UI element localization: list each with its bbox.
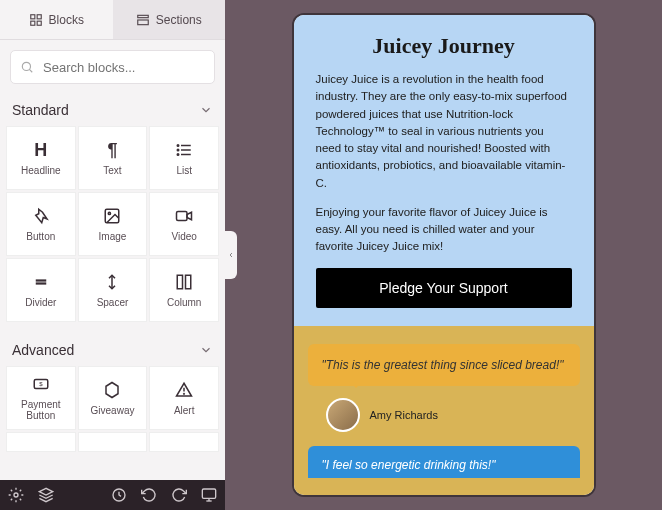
intro-paragraph-2: Enjoying your favorite flavor of Juicey …	[316, 204, 572, 256]
block-video[interactable]: Video	[149, 192, 219, 256]
column-icon	[175, 273, 193, 291]
chevron-down-icon	[199, 103, 213, 117]
author-name: Amy Richards	[370, 409, 438, 421]
block-label: Button	[26, 231, 55, 242]
payment-icon: $	[32, 375, 50, 393]
alert-icon	[175, 381, 193, 399]
desktop-icon[interactable]	[201, 487, 217, 503]
phone-preview[interactable]: Juicey Journey Juicey Juice is a revolut…	[294, 15, 594, 495]
block-headline[interactable]: HHeadline	[6, 126, 76, 190]
block-list[interactable]: List	[149, 126, 219, 190]
panel-collapse-handle[interactable]	[225, 231, 237, 279]
block-label: Alert	[174, 405, 195, 416]
search-input[interactable]	[10, 50, 215, 84]
section-standard-header[interactable]: Standard	[0, 94, 225, 126]
block-column[interactable]: Column	[149, 258, 219, 322]
testimonial-quote-2: "I feel so energetic drinking this!"	[308, 446, 580, 478]
svg-rect-16	[177, 211, 188, 220]
search-icon	[20, 60, 34, 74]
svg-rect-3	[37, 21, 41, 25]
block-label: List	[176, 165, 192, 176]
giveaway-icon	[103, 381, 121, 399]
image-icon	[103, 207, 121, 225]
chevron-down-icon	[199, 343, 213, 357]
block-label: Image	[99, 231, 127, 242]
section-advanced-header[interactable]: Advanced	[0, 334, 225, 366]
text-icon: ¶	[107, 141, 117, 159]
video-icon	[175, 207, 193, 225]
tab-blocks[interactable]: Blocks	[0, 0, 113, 39]
svg-marker-29	[39, 488, 52, 495]
block-label: Headline	[21, 165, 60, 176]
block-divider[interactable]: Divider	[6, 258, 76, 322]
button-icon	[32, 207, 50, 225]
spacer-icon	[103, 273, 121, 291]
block-image[interactable]: Image	[78, 192, 148, 256]
list-icon	[175, 141, 193, 159]
block-extra-1[interactable]	[6, 432, 76, 452]
tab-sections[interactable]: Sections	[113, 0, 226, 39]
advanced-grid: $Payment Button Giveaway Alert	[0, 366, 225, 452]
svg-point-13	[177, 153, 179, 155]
page-title: Juicey Journey	[316, 33, 572, 59]
bottom-toolbar	[0, 480, 225, 510]
svg-rect-0	[30, 14, 34, 18]
block-payment-button[interactable]: $Payment Button	[6, 366, 76, 430]
svg-rect-4	[137, 15, 148, 17]
undo-icon[interactable]	[141, 487, 157, 503]
svg-line-7	[29, 69, 32, 72]
blocks-icon	[29, 13, 43, 27]
block-text[interactable]: ¶Text	[78, 126, 148, 190]
block-label: Video	[171, 231, 196, 242]
svg-point-6	[22, 62, 30, 70]
tabs: Blocks Sections	[0, 0, 225, 40]
svg-rect-5	[137, 20, 148, 25]
block-label: Column	[167, 297, 201, 308]
block-spacer[interactable]: Spacer	[78, 258, 148, 322]
block-extra-3[interactable]	[149, 432, 219, 452]
sidebar: Blocks Sections Standard HHeadline ¶Text…	[0, 0, 225, 510]
block-label: Spacer	[97, 297, 129, 308]
cta-button[interactable]: Pledge Your Support	[316, 268, 572, 308]
svg-point-28	[14, 493, 18, 497]
block-button[interactable]: Button	[6, 192, 76, 256]
headline-icon: H	[34, 141, 47, 159]
section-standard-title: Standard	[12, 102, 69, 118]
svg-rect-31	[202, 489, 215, 498]
intro-paragraph-1: Juicey Juice is a revolution in the heal…	[316, 71, 572, 192]
svg-point-12	[177, 149, 179, 151]
hero-section: Juicey Journey Juicey Juice is a revolut…	[294, 15, 594, 326]
block-extra-2[interactable]	[78, 432, 148, 452]
svg-text:$: $	[39, 381, 43, 387]
block-label: Payment Button	[7, 399, 75, 421]
svg-rect-22	[186, 275, 191, 289]
gear-icon[interactable]	[8, 487, 24, 503]
svg-rect-21	[177, 275, 182, 289]
history-icon[interactable]	[111, 487, 127, 503]
search-area	[0, 40, 225, 94]
block-label: Divider	[25, 297, 56, 308]
svg-rect-2	[30, 21, 34, 25]
avatar	[326, 398, 360, 432]
tab-sections-label: Sections	[156, 13, 202, 27]
svg-marker-17	[187, 212, 192, 220]
testimonial-quote-1: "This is the greatest thing since sliced…	[308, 344, 580, 386]
block-label: Giveaway	[91, 405, 135, 416]
redo-icon[interactable]	[171, 487, 187, 503]
svg-point-15	[109, 212, 111, 214]
svg-rect-1	[37, 14, 41, 18]
svg-point-11	[177, 144, 179, 146]
testimonial-author: Amy Richards	[308, 394, 580, 446]
svg-marker-25	[106, 382, 118, 397]
sections-icon	[136, 13, 150, 27]
testimonials-section: "This is the greatest thing since sliced…	[294, 326, 594, 496]
layers-icon[interactable]	[38, 487, 54, 503]
section-advanced-title: Advanced	[12, 342, 74, 358]
block-label: Text	[103, 165, 121, 176]
canvas: Juicey Journey Juicey Juice is a revolut…	[225, 0, 662, 510]
block-giveaway[interactable]: Giveaway	[78, 366, 148, 430]
block-alert[interactable]: Alert	[149, 366, 219, 430]
chevron-left-icon	[227, 251, 235, 259]
blocks-scroll[interactable]: Standard HHeadline ¶Text List Button Ima…	[0, 94, 225, 510]
svg-point-27	[184, 393, 185, 394]
